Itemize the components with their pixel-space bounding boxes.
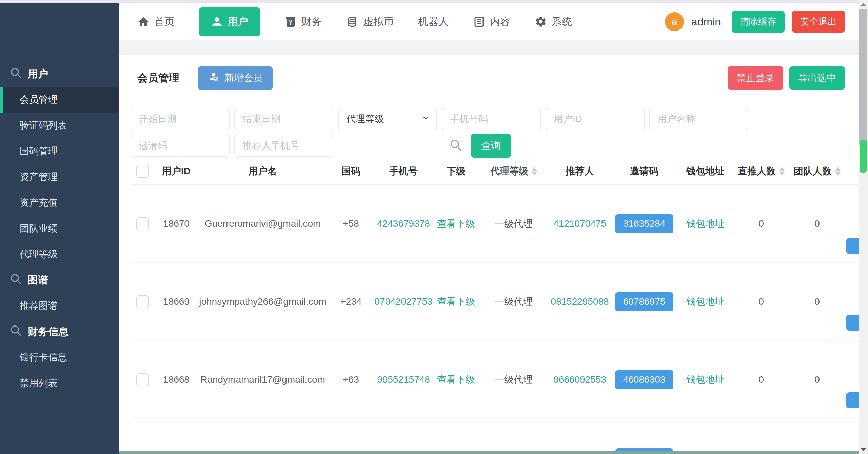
export-selected-button[interactable]: 导出选中 — [789, 66, 845, 90]
sidebar-item-team-performance[interactable]: 团队业绩 — [0, 216, 119, 241]
wallet-address-link[interactable]: 钱包地址 — [676, 217, 734, 230]
sidebar-item-asset-recharge[interactable]: 资产充值 — [0, 190, 119, 216]
sidebar-item-asset-management[interactable]: 资产管理 — [0, 164, 119, 190]
header-referrer: 推荐人 — [548, 165, 612, 178]
referrer-link[interactable]: 4121070475 — [548, 218, 612, 229]
wallet-address-link[interactable]: 钱包地址 — [676, 295, 734, 308]
sidebar-item-bank-card-info[interactable]: 银行卡信息 — [0, 344, 119, 370]
horizontal-scrollbar[interactable] — [119, 451, 859, 454]
tab-finance[interactable]: ¥ 财务 — [284, 15, 322, 29]
view-subordinates-link[interactable]: 查看下级 — [432, 373, 480, 386]
referrer-link[interactable]: 9666092553 — [548, 374, 612, 385]
scrollbar-green-indicator — [860, 140, 867, 173]
title-row: 会员管理 新增会员 禁止登录 导出选中 — [137, 67, 845, 89]
user-name-input[interactable] — [649, 108, 748, 130]
referrer-phone-input[interactable] — [234, 135, 333, 157]
header-phone: 手机号 — [375, 165, 432, 178]
row-checkbox[interactable] — [136, 373, 149, 386]
start-date-input[interactable] — [131, 108, 230, 130]
tab-robot[interactable]: 机器人 — [418, 15, 449, 29]
header-team-count[interactable]: 团队人数 — [788, 165, 846, 178]
phone-link[interactable]: 9955215748 — [375, 374, 432, 385]
header-country-code: 国码 — [327, 165, 375, 178]
row-action-button-cutoff[interactable] — [846, 392, 859, 408]
end-date-input[interactable] — [234, 108, 333, 130]
username-label: admin — [691, 16, 721, 28]
cell-user-id: 18668 — [154, 374, 198, 385]
cell-username: Guerreromarivi@gmail.com — [198, 218, 327, 229]
referrer-link[interactable]: 08152295088 — [548, 296, 612, 307]
tab-users[interactable]: 用户 — [199, 7, 260, 36]
table-row: 18667 samuelkalu986@gmail.com +234 90723… — [131, 419, 859, 451]
cell-team-count: 0 — [788, 374, 846, 385]
sort-icon[interactable] — [835, 167, 841, 175]
select-all-checkbox[interactable] — [136, 165, 149, 178]
tab-system[interactable]: 系统 — [535, 15, 572, 29]
table-row: 18669 johnsympathy266@gmail.com +234 070… — [131, 263, 859, 341]
sidebar-item-member-management[interactable]: 会员管理 — [0, 87, 119, 113]
user-id-input[interactable] — [546, 108, 645, 130]
scroll-down-arrow-icon[interactable] — [860, 448, 866, 451]
tab-home[interactable]: 首页 — [137, 15, 175, 29]
vertical-scrollbar-thumb[interactable] — [859, 9, 867, 146]
header-agent-level[interactable]: 代理等级 — [480, 165, 548, 178]
finance-yen-icon: ¥ — [284, 16, 297, 28]
tab-virtual-coin[interactable]: 虚拟币 — [346, 15, 394, 29]
phone-link[interactable]: 07042027753 — [375, 296, 432, 307]
sidebar-item-country-code[interactable]: 国码管理 — [0, 138, 119, 164]
header-wallet-address: 钱包地址 — [676, 165, 734, 178]
tab-content[interactable]: 内容 — [473, 15, 510, 29]
sidebar-item-referral-graph[interactable]: 推荐图谱 — [0, 293, 119, 319]
header-subordinate: 下级 — [432, 165, 480, 178]
header-user-id: 用户ID — [154, 165, 198, 178]
query-button[interactable]: 查询 — [471, 134, 511, 158]
search-icon — [449, 138, 463, 153]
wallet-address-link[interactable]: 钱包地址 — [676, 373, 734, 386]
window-top-strip — [0, 0, 868, 3]
filter-panel: 代理等级 查询 — [131, 108, 845, 158]
vertical-scrollbar[interactable] — [859, 0, 868, 454]
invite-code-input[interactable] — [131, 135, 230, 157]
cell-username: johnsympathy266@gmail.com — [198, 296, 327, 307]
clear-cache-button[interactable]: 清除缓存 — [732, 11, 785, 33]
user-icon — [211, 16, 223, 27]
cell-country-code: +63 — [327, 374, 375, 385]
agent-level-select[interactable]: 代理等级 — [338, 108, 437, 130]
header-invite-code: 邀请码 — [612, 165, 676, 178]
title-actions: 禁止登录 导出选中 — [728, 66, 845, 90]
sort-icon[interactable] — [779, 167, 785, 175]
add-member-button[interactable]: 新增会员 — [198, 66, 273, 90]
sidebar-item-agent-level[interactable]: 代理等级 — [0, 241, 119, 267]
chevron-down-icon — [421, 114, 430, 125]
table-body: 18670 Guerreromarivi@gmail.com +58 42436… — [131, 185, 859, 451]
main-content: 会员管理 新增会员 禁止登录 导出选中 代理等级 — [119, 40, 859, 451]
invite-code-button[interactable]: 77003311 — [615, 448, 673, 452]
scroll-up-arrow-icon[interactable] — [860, 3, 866, 6]
cell-team-count: 0 — [788, 218, 846, 229]
table-row: 18670 Guerreromarivi@gmail.com +58 42436… — [131, 185, 859, 263]
cell-agent-level: 一级代理 — [480, 295, 548, 308]
cell-direct-count: 0 — [734, 218, 788, 229]
sort-icon[interactable] — [532, 167, 537, 175]
row-checkbox[interactable] — [136, 217, 149, 230]
sidebar-item-disabled-list[interactable]: 禁用列表 — [0, 370, 119, 396]
user-plus-icon — [208, 71, 220, 85]
invite-code-button[interactable]: 31635284 — [615, 214, 674, 233]
view-subordinates-link[interactable]: 查看下级 — [432, 217, 480, 230]
view-subordinates-link[interactable]: 查看下级 — [432, 295, 480, 308]
logout-button[interactable]: 安全退出 — [792, 11, 845, 33]
svg-text:¥: ¥ — [289, 19, 292, 26]
sidebar-item-captcha-list[interactable]: 验证码列表 — [0, 113, 119, 138]
sidebar-section-label: 图谱 — [28, 273, 48, 287]
phone-number-input[interactable] — [442, 108, 541, 130]
header-direct-count[interactable]: 直推人数 — [734, 165, 788, 178]
cell-direct-count: 0 — [734, 296, 788, 307]
invite-code-button[interactable]: 60786975 — [615, 292, 674, 311]
row-action-button-cutoff[interactable] — [846, 315, 859, 331]
row-action-button-cutoff[interactable] — [846, 238, 859, 254]
forbid-login-button[interactable]: 禁止登录 — [728, 66, 783, 90]
row-checkbox[interactable] — [136, 295, 149, 308]
avatar[interactable]: a — [665, 12, 684, 31]
phone-link[interactable]: 4243679378 — [375, 218, 432, 229]
invite-code-button[interactable]: 46086303 — [615, 370, 674, 389]
